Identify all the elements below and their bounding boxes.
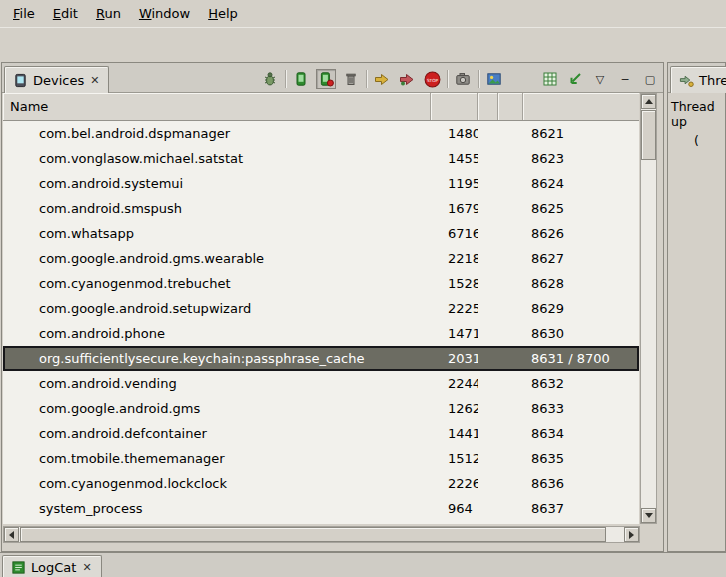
- tab-devices-label: Devices: [33, 73, 84, 88]
- tab-logcat[interactable]: LogCat ✕: [2, 555, 102, 577]
- process-name: com.google.android.gms: [3, 401, 431, 416]
- horizontal-scroll-thumb[interactable]: [20, 527, 606, 542]
- menu-window[interactable]: Window: [130, 2, 199, 25]
- table-row[interactable]: com.cyanogenmod.lockclock222658636: [3, 471, 639, 496]
- close-icon[interactable]: ✕: [89, 74, 100, 87]
- process-port: 8632: [523, 376, 639, 391]
- process-name: com.google.android.gms.wearable: [3, 251, 431, 266]
- process-port: 8628: [523, 276, 639, 291]
- process-name: com.tmobile.thememanager: [3, 451, 431, 466]
- process-port: 8625: [523, 201, 639, 216]
- tab-threads-label: Threads: [699, 73, 726, 88]
- table-row[interactable]: com.android.phone14718630: [3, 321, 639, 346]
- process-port: 8635: [523, 451, 639, 466]
- menu-run[interactable]: Run: [87, 2, 130, 25]
- minimize-icon[interactable]: ─: [615, 69, 635, 89]
- toolbar-separator: [366, 70, 367, 88]
- tab-devices[interactable]: Devices ✕: [4, 66, 109, 93]
- tab-logcat-label: LogCat: [31, 560, 76, 575]
- stop-process-icon[interactable]: STOP: [422, 69, 442, 89]
- process-port: 8621: [523, 126, 639, 141]
- process-pid: 1480: [431, 126, 478, 141]
- scroll-up-button[interactable]: [641, 94, 656, 109]
- threads-view: Threads Thread up (: [667, 62, 726, 552]
- table-row[interactable]: com.android.defcontainer144118634: [3, 421, 639, 446]
- logcat-icon: [11, 560, 26, 575]
- threads-icon: [679, 73, 694, 88]
- process-port: 8629: [523, 301, 639, 316]
- update-threads-icon[interactable]: [372, 69, 392, 89]
- cause-gc-icon[interactable]: [341, 69, 361, 89]
- table-row[interactable]: com.google.android.gms126238633: [3, 396, 639, 421]
- process-pid: 14411: [431, 426, 478, 441]
- process-name: com.google.android.setupwizard: [3, 301, 431, 316]
- scroll-right-button[interactable]: [624, 527, 639, 542]
- process-port: 8637: [523, 501, 639, 516]
- dump-hprof-icon[interactable]: [316, 69, 336, 89]
- horizontal-scrollbar[interactable]: [3, 526, 640, 543]
- table-row[interactable]: com.whatsapp67168626: [3, 221, 639, 246]
- menu-file[interactable]: File: [4, 2, 44, 25]
- menu-help[interactable]: Help: [199, 2, 247, 25]
- menu-edit[interactable]: Edit: [44, 2, 87, 25]
- process-pid: 12623: [431, 401, 478, 416]
- process-port: 8624: [523, 176, 639, 191]
- process-name: com.cyanogenmod.trebuchet: [3, 276, 431, 291]
- table-row[interactable]: com.android.vending224408632: [3, 371, 639, 396]
- column-header-blank-1[interactable]: [478, 93, 498, 120]
- table-row[interactable]: com.cyanogenmod.trebuchet15288628: [3, 271, 639, 296]
- vertical-scroll-thumb[interactable]: [641, 110, 656, 160]
- scroll-down-button[interactable]: [641, 508, 656, 523]
- process-pid: 1195: [431, 176, 478, 191]
- process-name: org.sufficientlysecure.keychain:passphra…: [3, 351, 431, 366]
- maximize-icon[interactable]: ▢: [640, 69, 660, 89]
- process-name: com.bel.android.dspmanager: [3, 126, 431, 141]
- vertical-scrollbar[interactable]: [640, 93, 657, 524]
- process-pid: 20311: [431, 351, 478, 366]
- green-grid-icon[interactable]: [540, 69, 560, 89]
- table-row[interactable]: com.tmobile.thememanager15128635: [3, 446, 639, 471]
- toolbar-separator: [478, 70, 479, 88]
- devices-toolbar: STOP ▽ ─ ▢: [260, 68, 660, 90]
- process-pid: 14553: [431, 151, 478, 166]
- table-row[interactable]: system_process9648637: [3, 496, 639, 521]
- table-row[interactable]: com.vonglasow.michael.satstat145538623: [3, 146, 639, 171]
- table-row[interactable]: com.bel.android.dspmanager14808621: [3, 121, 639, 146]
- gallery-icon[interactable]: [484, 69, 504, 89]
- process-name: com.android.smspush: [3, 201, 431, 216]
- threads-tabbar: Threads: [668, 63, 725, 93]
- process-pid: 22185: [431, 251, 478, 266]
- update-heap-icon[interactable]: [291, 69, 311, 89]
- green-arrow-icon[interactable]: [565, 69, 585, 89]
- tab-threads[interactable]: Threads: [670, 66, 726, 93]
- device-table-body: com.bel.android.dspmanager14808621com.vo…: [3, 121, 639, 524]
- table-row[interactable]: com.android.smspush16798625: [3, 196, 639, 221]
- view-menu-icon[interactable]: ▽: [590, 69, 610, 89]
- devices-tabbar: Devices ✕ STOP: [2, 63, 663, 93]
- table-row-selected[interactable]: org.sufficientlysecure.keychain:passphra…: [3, 346, 639, 371]
- device-icon: [13, 73, 28, 88]
- process-name: com.android.systemui: [3, 176, 431, 191]
- screen-capture-icon[interactable]: [453, 69, 473, 89]
- process-port: 8627: [523, 251, 639, 266]
- column-header-blank-2[interactable]: [498, 93, 523, 120]
- process-pid: 1471: [431, 326, 478, 341]
- scroll-left-button[interactable]: [4, 527, 19, 542]
- debug-process-icon[interactable]: [260, 69, 280, 89]
- column-header-name[interactable]: Name: [3, 93, 431, 120]
- close-icon[interactable]: ✕: [81, 561, 92, 574]
- process-pid: 1512: [431, 451, 478, 466]
- column-header-pid[interactable]: [431, 93, 478, 120]
- process-name: com.cyanogenmod.lockclock: [3, 476, 431, 491]
- process-pid: 964: [431, 501, 478, 516]
- threads-message: Thread up (: [668, 93, 725, 551]
- process-pid: 22250: [431, 301, 478, 316]
- table-row[interactable]: com.android.systemui11958624: [3, 171, 639, 196]
- method-profiling-icon[interactable]: [397, 69, 417, 89]
- table-row[interactable]: com.google.android.setupwizard222508629: [3, 296, 639, 321]
- process-pid: 1528: [431, 276, 478, 291]
- table-row[interactable]: com.google.android.gms.wearable221858627: [3, 246, 639, 271]
- process-port: 8634: [523, 426, 639, 441]
- column-header-port[interactable]: [523, 93, 639, 120]
- process-port: 8636: [523, 476, 639, 491]
